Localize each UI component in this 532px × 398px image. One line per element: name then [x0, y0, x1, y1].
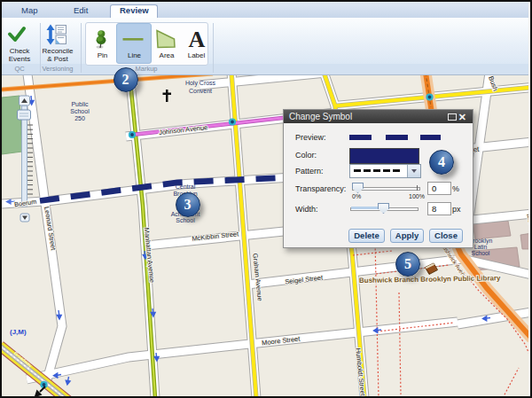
- svg-text:250: 250: [74, 115, 85, 121]
- svg-text:Latin: Latin: [474, 244, 488, 250]
- svg-text:Public: Public: [71, 101, 89, 107]
- svg-text:School: School: [176, 217, 195, 223]
- svg-text:A: A: [189, 27, 206, 52]
- svg-text:Central: Central: [176, 183, 196, 190]
- svg-text:(J,M): (J,M): [10, 328, 27, 336]
- svg-text:School: School: [472, 250, 490, 256]
- svg-text:Holy Cross: Holy Cross: [185, 80, 216, 87]
- svg-text:School: School: [70, 108, 90, 114]
- svg-text:Convent: Convent: [189, 88, 212, 94]
